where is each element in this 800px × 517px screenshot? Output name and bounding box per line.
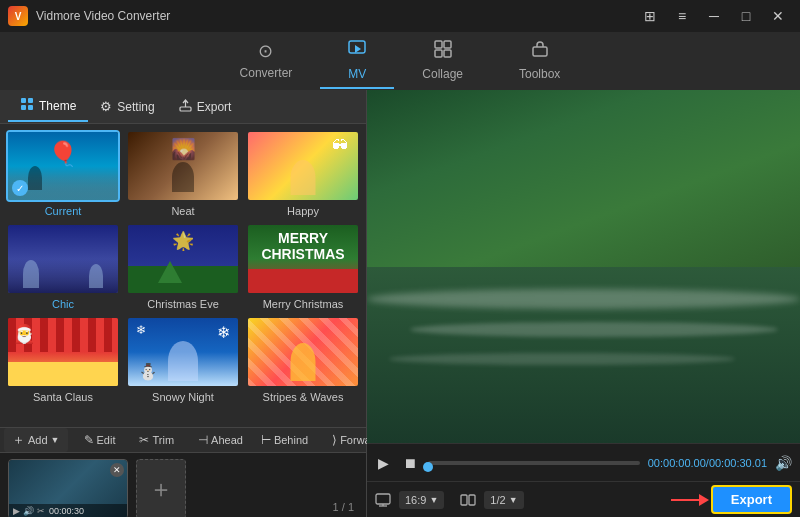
collage-label: Collage: [422, 67, 463, 81]
split-icon-area: [460, 493, 476, 507]
svg-rect-2: [435, 41, 442, 48]
clip-scissors-icon[interactable]: ✂: [37, 506, 45, 516]
theme-snowy-night[interactable]: ❄ ❄ ⛄ Snowy Night: [126, 316, 240, 403]
add-button[interactable]: ＋ Add ▼: [4, 428, 68, 452]
ahead-icon: ⊣: [198, 433, 208, 447]
menu-button[interactable]: ≡: [668, 5, 696, 27]
close-button[interactable]: ✕: [764, 5, 792, 27]
title-controls: ⊞ ≡ ─ □ ✕: [636, 5, 792, 27]
theme-happy[interactable]: 🕶 Happy: [246, 130, 360, 217]
split-selector[interactable]: 1/2 ▼: [484, 491, 523, 509]
clip-overlay: ▶ 🔊 ✂ 00:00:30: [9, 504, 127, 517]
theme-merry-christmas-label: Merry Christmas: [263, 298, 344, 310]
theme-grid: 🎈 ✓ Current 🌄: [0, 124, 366, 427]
progress-dot[interactable]: [423, 462, 433, 472]
tab-converter[interactable]: ⊙ Converter: [212, 34, 321, 88]
trim-button[interactable]: ✂ Trim: [131, 430, 182, 450]
title-bar: V Vidmore Video Converter ⊞ ≡ ─ □ ✕: [0, 0, 800, 32]
clip-close-button[interactable]: ✕: [110, 463, 124, 477]
aspect-ratio-value: 16:9: [405, 494, 426, 506]
converter-icon: ⊙: [258, 40, 273, 62]
theme-merry-christmas[interactable]: MERRYCHRISTMAS Merry Christmas: [246, 223, 360, 310]
minimize-button[interactable]: ─: [700, 5, 728, 27]
trim-label: Trim: [152, 434, 174, 446]
timeline-area: ＋ Add ▼ ✎ Edit ✂ Trim ⊣ Ahead: [0, 427, 366, 517]
svg-rect-4: [435, 50, 442, 57]
collage-icon: [434, 40, 452, 63]
theme-christmas-eve[interactable]: 🌟 Christmas Eve: [126, 223, 240, 310]
search-button[interactable]: ⊞: [636, 5, 664, 27]
svg-rect-9: [21, 105, 26, 110]
nav-tabs: ⊙ Converter MV Collage Toolbox: [0, 32, 800, 90]
edit-button[interactable]: ✎ Edit: [76, 430, 124, 450]
volume-icon[interactable]: 🔊: [775, 455, 792, 471]
title-bar-left: V Vidmore Video Converter: [8, 6, 170, 26]
tab-toolbox[interactable]: Toolbox: [491, 34, 588, 89]
theme-stripes-waves[interactable]: Stripes & Waves: [246, 316, 360, 403]
app-icon: V: [8, 6, 28, 26]
theme-chic[interactable]: Chic: [6, 223, 120, 310]
add-dropdown-icon: ▼: [51, 435, 60, 445]
video-options-bar: 16:9 ▼ 1/2 ▼ Export: [367, 481, 800, 517]
ahead-button[interactable]: ⊣ Ahead: [190, 430, 251, 450]
sub-tab-theme[interactable]: Theme: [8, 91, 88, 122]
sub-tab-setting[interactable]: ⚙ Setting: [88, 93, 166, 120]
left-panel: Theme ⚙ Setting Export: [0, 90, 367, 517]
clip-volume-icon[interactable]: 🔊: [23, 506, 34, 516]
time-display: 00:00:00.00/00:00:30.01: [648, 457, 767, 469]
behind-button[interactable]: ⊢ Behind: [253, 430, 316, 450]
svg-rect-12: [376, 494, 390, 504]
stop-button[interactable]: ⏹: [400, 452, 420, 474]
split-dropdown-icon: ▼: [509, 495, 518, 505]
svg-rect-15: [461, 495, 467, 505]
sub-tabs: Theme ⚙ Setting Export: [0, 90, 366, 124]
export-btn-container: Export: [711, 485, 792, 514]
theme-neat[interactable]: 🌄 Neat: [126, 130, 240, 217]
clip-controls: ▶ 🔊 ✂: [13, 506, 45, 516]
export-button[interactable]: Export: [711, 485, 792, 514]
tab-collage[interactable]: Collage: [394, 34, 491, 89]
converter-label: Converter: [240, 66, 293, 80]
theme-current-label: Current: [45, 205, 82, 217]
tab-mv[interactable]: MV: [320, 34, 394, 89]
theme-santa-claus[interactable]: 🎅 Santa Claus: [6, 316, 120, 403]
toolbox-icon: [531, 40, 549, 63]
theme-chic-label: Chic: [52, 298, 74, 310]
theme-grid-icon: [20, 97, 34, 114]
svg-rect-10: [28, 105, 33, 110]
trim-icon: ✂: [139, 433, 149, 447]
theme-santa-claus-label: Santa Claus: [33, 391, 93, 403]
video-clip[interactable]: ✕ ▶ 🔊 ✂ 00:00:30: [8, 459, 128, 517]
edit-icon: ✎: [84, 433, 94, 447]
play-button[interactable]: ▶: [375, 452, 392, 474]
theme-christmas-eve-label: Christmas Eve: [147, 298, 219, 310]
theme-snowy-night-label: Snowy Night: [152, 391, 214, 403]
setting-icon: ⚙: [100, 99, 112, 114]
clip-play-icon[interactable]: ▶: [13, 506, 20, 516]
main-layout: Theme ⚙ Setting Export: [0, 90, 800, 517]
add-icon: ＋: [12, 431, 25, 449]
setting-tab-label: Setting: [117, 100, 154, 114]
ahead-label: Ahead: [211, 434, 243, 446]
split-view-icon: [460, 493, 476, 507]
edit-label: Edit: [97, 434, 116, 446]
progress-bar[interactable]: [428, 461, 640, 465]
aspect-dropdown-icon: ▼: [429, 495, 438, 505]
clip-duration: 00:00:30: [49, 506, 84, 516]
mv-label: MV: [348, 67, 366, 81]
video-size-icon: [375, 493, 391, 507]
maximize-button[interactable]: □: [732, 5, 760, 27]
forward-icon: ⟩: [332, 433, 337, 447]
svg-rect-11: [180, 107, 191, 111]
sub-tab-export[interactable]: Export: [167, 93, 244, 121]
arrow-indicator: [671, 494, 709, 506]
aspect-ratio-selector[interactable]: 16:9 ▼: [399, 491, 444, 509]
svg-marker-1: [355, 45, 361, 53]
theme-current[interactable]: 🎈 ✓ Current: [6, 130, 120, 217]
right-panel: ▶ ⏹ 00:00:00.00/00:00:30.01 🔊 16:9 ▼ 1/2: [367, 90, 800, 517]
timeline-toolbar: ＋ Add ▼ ✎ Edit ✂ Trim ⊣ Ahead: [0, 428, 366, 453]
arrow-head: [699, 494, 709, 506]
add-clip-button[interactable]: ＋: [136, 459, 186, 517]
page-counter: 1 / 1: [333, 501, 358, 517]
export-tab-label: Export: [197, 100, 232, 114]
